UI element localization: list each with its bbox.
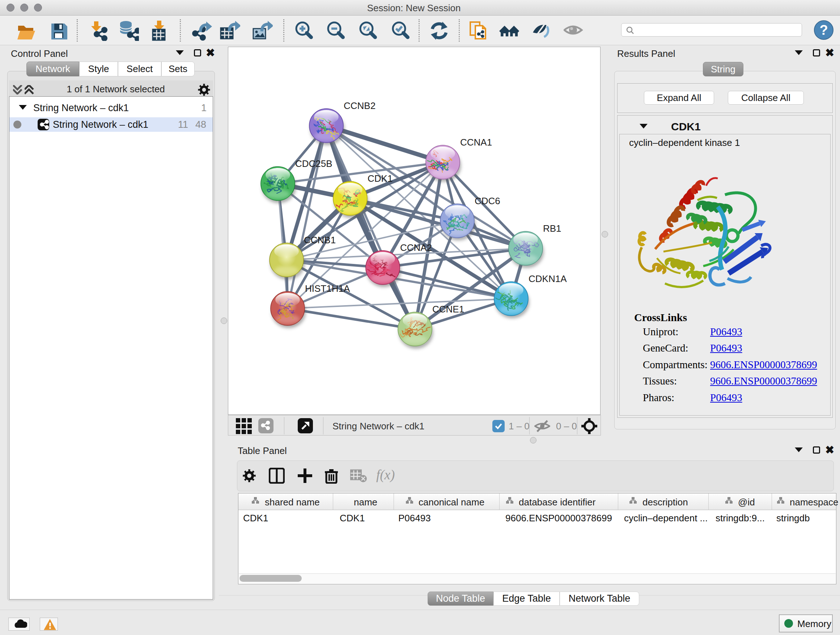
svg-text:HIST1H1A: HIST1H1A — [305, 283, 350, 294]
svg-text:CDC6: CDC6 — [475, 195, 500, 206]
svg-text:CDK1: CDK1 — [368, 173, 393, 184]
svg-text:CCNB1: CCNB1 — [304, 234, 336, 245]
svg-text:CDKN1A: CDKN1A — [529, 273, 567, 284]
svg-text:CCNA1: CCNA1 — [460, 137, 492, 148]
svg-text:CCNA2: CCNA2 — [400, 242, 432, 253]
svg-text:?: ? — [819, 22, 828, 38]
svg-text:CCNE1: CCNE1 — [432, 304, 464, 315]
svg-text:CCNB2: CCNB2 — [344, 100, 376, 111]
svg-text:CDC25B: CDC25B — [295, 158, 332, 169]
svg-text:RB1: RB1 — [543, 223, 561, 234]
